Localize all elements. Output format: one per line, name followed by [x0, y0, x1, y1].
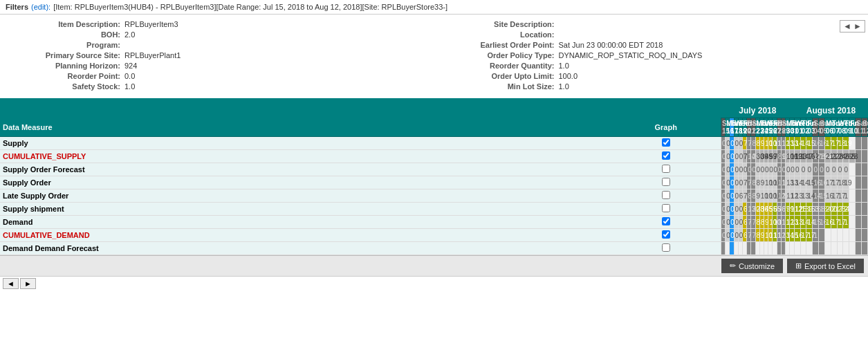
data-cell: 14: [806, 189, 813, 203]
data-cell: 147: [800, 150, 806, 163]
graph-cell[interactable]: [611, 229, 721, 242]
data-cell: 153: [806, 203, 813, 216]
info-row: Safety Stock:1.0: [14, 82, 421, 91]
collapse-button[interactable]: ◄ ►: [840, 20, 865, 33]
data-cell: [861, 137, 867, 150]
info-row: Primary Source Site:RPLBuyerPlant1: [14, 51, 421, 59]
data-cell: 19: [843, 137, 849, 150]
data-cell: 0: [819, 163, 825, 176]
graph-cell[interactable]: [611, 163, 721, 176]
graph-checkbox[interactable]: [662, 230, 670, 239]
info-key: Order Policy Type:: [448, 51, 559, 59]
day-header-row: Data Measure Graph Sun15Mon16Tue17Wed18T…: [0, 118, 868, 137]
data-cell: 211: [824, 150, 831, 163]
info-row: Program:: [14, 41, 421, 49]
data-cell: [856, 137, 862, 150]
day-header-Fri-27: Fri27: [773, 118, 777, 137]
measure-cell: CUMULATIVE_SUPPLY: [0, 150, 611, 163]
info-val: 100.0: [559, 72, 578, 80]
graph-checkbox[interactable]: [662, 138, 670, 147]
measure-cell: CUMULATIVE_DEMAND: [0, 229, 611, 242]
data-cell: 112: [790, 203, 795, 216]
graph-checkbox[interactable]: [662, 178, 670, 186]
measure-cell: Supply: [0, 137, 611, 150]
filter-edit-link[interactable]: (edit):: [31, 3, 50, 11]
day-header-Mon-16: Mon16: [726, 118, 730, 137]
table-section: July 2018 August 2018 Data Measure Graph…: [0, 100, 868, 255]
info-row: Earliest Order Point:Sat Jun 23 00:00:00…: [448, 41, 855, 49]
graph-checkbox[interactable]: [662, 217, 670, 225]
day-header-Fri-03: Fri03: [806, 118, 813, 137]
graph-checkbox[interactable]: [662, 151, 670, 160]
data-cell: 178: [813, 150, 819, 163]
info-key: BOH:: [14, 30, 124, 39]
export-excel-button[interactable]: ⊞ Export to Excel: [787, 259, 864, 273]
data-cell: 1: [843, 216, 849, 229]
data-cell: 217: [831, 203, 837, 216]
graph-checkbox[interactable]: [662, 204, 670, 212]
measure-cell: Late Supply Order: [0, 189, 611, 203]
header-graph: Graph: [611, 118, 721, 137]
customize-button[interactable]: ✏ Customize: [721, 259, 783, 273]
data-cell: 15: [813, 216, 819, 229]
day-header-Thu-02: Thu02: [800, 118, 806, 137]
info-key: Site Description:: [448, 20, 559, 28]
table-icon: ⊞: [795, 261, 802, 270]
info-row: Site Description:: [448, 20, 855, 28]
data-cell: 200: [824, 203, 831, 216]
day-header-Sun-05: Sun05: [819, 118, 825, 137]
day-header-Fri-20: Fri20: [742, 118, 746, 137]
graph-cell[interactable]: [611, 242, 721, 255]
data-cell: [849, 229, 856, 242]
graph-cell[interactable]: [611, 176, 721, 189]
data-cell: 17: [837, 216, 843, 229]
graph-cell[interactable]: [611, 189, 721, 203]
info-key: Planning Horizon:: [14, 62, 124, 70]
graph-cell[interactable]: [611, 137, 721, 150]
day-header-Mon-23: Mon23: [755, 118, 759, 137]
data-cell: 16: [819, 216, 825, 229]
data-cell: 13: [790, 176, 795, 189]
data-cell: 13: [790, 137, 795, 150]
data-cell: 14: [813, 189, 819, 203]
data-cell: 0: [813, 163, 819, 176]
data-cell: 17: [831, 176, 837, 189]
data-cell: 17: [831, 137, 837, 150]
data-cell: 16: [824, 189, 831, 203]
data-cell: 17: [831, 216, 837, 229]
next-button[interactable]: ►: [20, 278, 36, 289]
graph-cell[interactable]: [611, 203, 721, 216]
graph-checkbox[interactable]: [662, 191, 670, 199]
data-cell: [819, 242, 825, 255]
graph-checkbox[interactable]: [662, 243, 670, 252]
graph-checkbox[interactable]: [662, 165, 670, 173]
data-cell: 16: [794, 229, 800, 242]
table-row: Supply Order0000077889101011111213131414…: [0, 176, 868, 189]
info-col-right: Site Description:Location:Earliest Order…: [448, 20, 855, 93]
info-key: Primary Source Site:: [14, 51, 124, 59]
graph-cell[interactable]: [611, 216, 721, 229]
data-cell: 168: [813, 203, 819, 216]
month-header-empty-left: [0, 104, 611, 118]
day-header-Sat-28: Sat28: [777, 118, 781, 137]
info-row: Min Lot Size:1.0: [448, 82, 855, 91]
grid-wrapper[interactable]: July 2018 August 2018 Data Measure Graph…: [0, 104, 868, 255]
data-cell: 15: [790, 229, 795, 242]
data-cell: 12: [790, 189, 795, 203]
info-row: Reorder Quantity:1.0: [448, 62, 855, 70]
data-cell: [856, 163, 862, 176]
info-row: BOH:2.0: [14, 30, 421, 39]
data-cell: [849, 189, 856, 203]
main-table: July 2018 August 2018 Data Measure Graph…: [0, 104, 868, 255]
data-cell: 15: [806, 137, 813, 150]
data-cell: 15: [819, 189, 825, 203]
prev-button[interactable]: ◄: [3, 278, 19, 289]
data-cell: [831, 229, 837, 242]
data-cell: 18: [837, 176, 843, 189]
day-header-Sun-15: Sun15: [721, 118, 725, 137]
graph-cell[interactable]: [611, 150, 721, 163]
nav-row: ◄ ►: [0, 276, 868, 290]
info-val: 2.0: [124, 30, 135, 39]
data-cell: [824, 242, 831, 255]
day-header-Wed-08: Wed08: [837, 118, 843, 137]
